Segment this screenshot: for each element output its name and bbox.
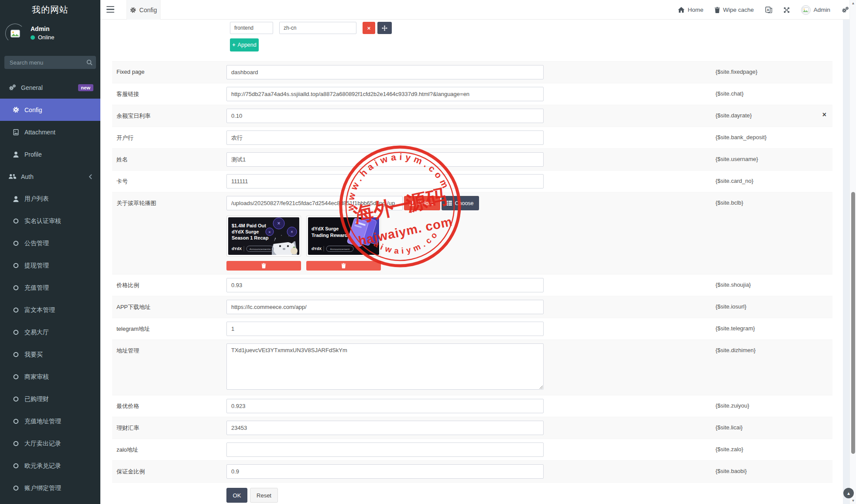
config-row: 最优价格{$site.zuiyou} [112,395,832,417]
fullscreen-icon [784,7,790,13]
sidebar-item-merchant-audit[interactable]: 商家审核 [0,366,100,388]
row-input[interactable] [226,109,544,123]
row-input[interactable] [226,130,544,145]
circle-icon [12,307,20,313]
circle-icon [12,418,20,424]
row-label: 地址管理 [112,340,226,395]
upload-button[interactable]: Upload [404,196,440,210]
scroll-down-icon[interactable]: ▼ [850,499,856,503]
delete-slide-button[interactable] [226,261,301,271]
row-input[interactable] [226,278,544,292]
choose-button[interactable]: Choose [442,196,479,210]
sidebar-item-want-buy[interactable]: 我要买 [0,343,100,366]
user-status-label: Online [38,34,55,41]
svg-text:Announcement: Announcement [330,248,349,250]
sidebar-item-trade-hall[interactable]: 交易大厅 [0,321,100,343]
navbar-right: Home Wipe cache A Admin [678,0,849,20]
row-textarea[interactable] [226,343,544,390]
sidebar-item-general[interactable]: Generalnew [0,76,100,99]
back-to-top-button[interactable]: ▲ [843,488,854,498]
token-text: {$site.bclb} [716,199,743,206]
row-label: 姓名 [112,149,226,170]
new-badge: new [78,84,93,91]
scrollbar-thumb[interactable] [851,192,855,454]
row-input[interactable] [226,152,544,167]
sidebar-search [4,56,96,69]
sidebar-item-richtext[interactable]: 富文本管理 [0,299,100,321]
sidebar-item-auth[interactable]: Auth [0,165,100,188]
reset-button[interactable]: Reset [250,488,278,503]
row-token: {$site.dizhimen} [544,340,832,395]
append-button[interactable]: +Append [230,38,259,51]
slide-thumbnail[interactable]: × × × $1.4M Paid Out dYdX Surge Season 1… [226,216,301,257]
row-input[interactable] [226,464,544,479]
token-text: {$site.iosurl} [716,303,746,310]
tab-config-label: Config [139,7,157,14]
delete-slide-button[interactable] [306,261,381,271]
sidebar-item-withdraw[interactable]: 提现管理 [0,254,100,277]
sidebar-item-realname-audit[interactable]: 实名认证审核 [0,210,100,232]
row-label: 余额宝日利率 [112,105,226,127]
token-text: {$site.dizhimen} [716,347,756,353]
sidebar-item-hall-sell-log[interactable]: 大厅卖出记录 [0,432,100,455]
search-input[interactable] [10,59,86,66]
fullscreen-button[interactable] [784,7,790,13]
token-text: {$site.zalo} [716,446,743,453]
row-input[interactable] [226,196,403,210]
remove-language-button[interactable]: × [363,22,375,34]
sidebar-item-purchased[interactable]: 已购理财 [0,388,100,410]
row-token: {$site.telegram} [544,318,832,339]
page-scrollbar[interactable]: ▲ ▼ [849,0,856,504]
admin-menu[interactable]: Admin [801,5,830,15]
row-label: 保证金比例 [112,461,226,482]
sidebar-item-announcement[interactable]: 公告管理 [0,232,100,254]
sidebar-item-label: Auth [21,173,34,180]
language-name-input[interactable] [230,22,273,34]
sidebar-item-attachment[interactable]: Attachment [0,121,100,143]
sidebar-item-recharge[interactable]: 充值管理 [0,277,100,299]
sidebar-item-label: 充值地址管理 [24,418,61,425]
row-input[interactable] [226,300,544,314]
row-input[interactable] [226,421,544,435]
tab-config[interactable]: Config [127,0,161,20]
row-input[interactable] [226,65,544,79]
svg-text:×: × [268,230,270,234]
home-link[interactable]: Home [678,7,703,13]
sidebar-toggle-icon[interactable] [106,6,115,13]
sidebar-item-label: 账户绑定管理 [24,484,61,492]
sidebar-item-euro-exchange-log[interactable]: 欧元承兑记录 [0,455,100,477]
slide-image-dydx-rewards: dYdX Surge Trading RewardsdYdX Announcem… [308,217,379,255]
user-icon [12,196,20,202]
sidebar-item-profile[interactable]: Profile [0,143,100,165]
config-row: 地址管理{$site.dizhimen} [112,339,832,395]
sidebar-item-label: 用户列表 [24,195,49,203]
search-icon[interactable] [86,59,92,65]
sidebar-item-label: 大厅卖出记录 [24,440,61,448]
row-input[interactable] [226,174,544,189]
token-text: {$site.fixedpage} [716,69,757,75]
user-name: Admin [31,25,50,32]
gears-icon [842,7,849,13]
scroll-up-icon[interactable]: ▲ [850,1,856,5]
sidebar-item-recharge-address[interactable]: 充值地址管理 [0,410,100,432]
row-token: {$site.card_no} [544,171,832,192]
ok-button[interactable]: OK [226,488,247,503]
row-input[interactable] [226,322,544,336]
row-close-icon[interactable]: × [822,111,826,118]
user-panel: Admin Online [0,22,100,52]
drag-language-button[interactable] [377,22,392,34]
wipe-cache-button[interactable]: Wipe cache [715,7,754,13]
row-input[interactable] [226,399,544,413]
sidebar-item-config[interactable]: Config [0,99,100,121]
language-switch-button[interactable]: A [765,7,772,13]
slide-thumbnail[interactable]: dYdX Surge Trading RewardsdYdX Announcem… [306,216,381,257]
sidebar-item-label: General [21,84,43,91]
config-panel: × +Append Fixed page{$site.fixedpage}客服链… [100,20,843,504]
brand-title: 我的网站 [0,0,100,20]
settings-button[interactable] [842,7,849,13]
sidebar-item-account-binding[interactable]: 账户绑定管理 [0,477,100,499]
sidebar-item-user-list[interactable]: 用户列表 [0,188,100,210]
row-input[interactable] [226,87,544,101]
language-value-input[interactable] [279,22,356,34]
row-input[interactable] [226,442,544,457]
